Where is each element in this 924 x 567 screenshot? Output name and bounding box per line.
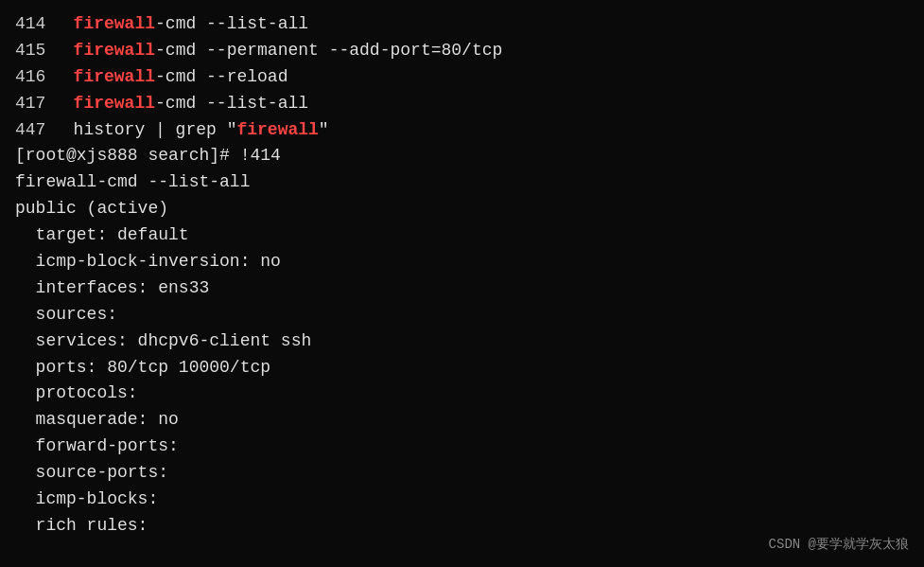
output-text: protocols:: [15, 381, 138, 407]
cmd-prefix: [53, 11, 74, 38]
watermark: CSDN @要学就学灰太狼: [769, 535, 909, 556]
output-text: interfaces: ens33: [15, 275, 209, 302]
cmd-prefix: [53, 91, 74, 117]
output-text: source-ports:: [15, 460, 168, 487]
output-line-5: sources:: [15, 302, 909, 328]
output-line-8: protocols:: [15, 381, 909, 407]
line-number: 416: [15, 64, 53, 91]
cmd-text: history | grep ": [53, 117, 236, 144]
cmd-args: -cmd --reload: [155, 64, 288, 91]
output-line-10: forward-ports:: [15, 434, 909, 460]
output-line-4: interfaces: ens33: [15, 275, 909, 302]
history-line-416: 416 firewall-cmd --reload: [15, 64, 909, 91]
cmd-echo-text: firewall-cmd --list-all: [15, 169, 250, 196]
line-number: 415: [15, 38, 53, 64]
output-text: services: dhcpv6-client ssh: [15, 328, 311, 355]
firewall-keyword: firewall: [74, 38, 155, 64]
output-line-3: icmp-block-inversion: no: [15, 249, 909, 275]
cmd-prefix: [53, 64, 74, 91]
cmd-prefix: [53, 38, 74, 64]
cmd-args: -cmd --list-all: [155, 91, 308, 117]
history-line-415: 415 firewall-cmd --permanent --add-port=…: [15, 38, 909, 64]
prompt-line: [root@xjs888 search]# !414: [15, 143, 909, 169]
firewall-keyword: firewall: [74, 91, 155, 117]
output-text: masquerade: no: [15, 407, 179, 434]
output-line-12: icmp-blocks:: [15, 487, 909, 513]
cmd-args: -cmd --permanent --add-port=80/tcp: [155, 38, 502, 64]
output-text: sources:: [15, 302, 117, 328]
output-line-2: target: default: [15, 222, 909, 249]
output-text: rich rules:: [15, 513, 148, 540]
output-line-7: ports: 80/tcp 10000/tcp: [15, 355, 909, 381]
prompt-text: [root@xjs888 search]# !414: [15, 143, 281, 169]
output-line-6: services: dhcpv6-client ssh: [15, 328, 909, 355]
output-text: icmp-block-inversion: no: [15, 249, 281, 275]
output-line-11: source-ports:: [15, 460, 909, 487]
firewall-keyword: firewall: [74, 11, 155, 38]
cmd-text-end: ": [319, 117, 329, 144]
history-line-414: 414 firewall-cmd --list-all: [15, 11, 909, 38]
terminal: 414 firewall-cmd --list-all 415 firewall…: [0, 0, 924, 567]
firewall-keyword: firewall: [236, 117, 318, 144]
output-text: icmp-blocks:: [15, 487, 158, 513]
history-line-417: 417 firewall-cmd --list-all: [15, 91, 909, 117]
firewall-keyword: firewall: [74, 64, 155, 91]
output-line-9: masquerade: no: [15, 407, 909, 434]
line-number: 447: [15, 117, 53, 144]
output-text: forward-ports:: [15, 434, 179, 460]
history-line-447: 447 history | grep "firewall": [15, 117, 909, 144]
output-text: target: default: [15, 222, 189, 249]
output-line-1: public (active): [15, 196, 909, 222]
cmd-echo-line: firewall-cmd --list-all: [15, 169, 909, 196]
output-text: ports: 80/tcp 10000/tcp: [15, 355, 270, 381]
line-number: 417: [15, 91, 53, 117]
line-number: 414: [15, 11, 53, 38]
cmd-args: -cmd --list-all: [155, 11, 308, 38]
output-text: public (active): [15, 196, 168, 222]
